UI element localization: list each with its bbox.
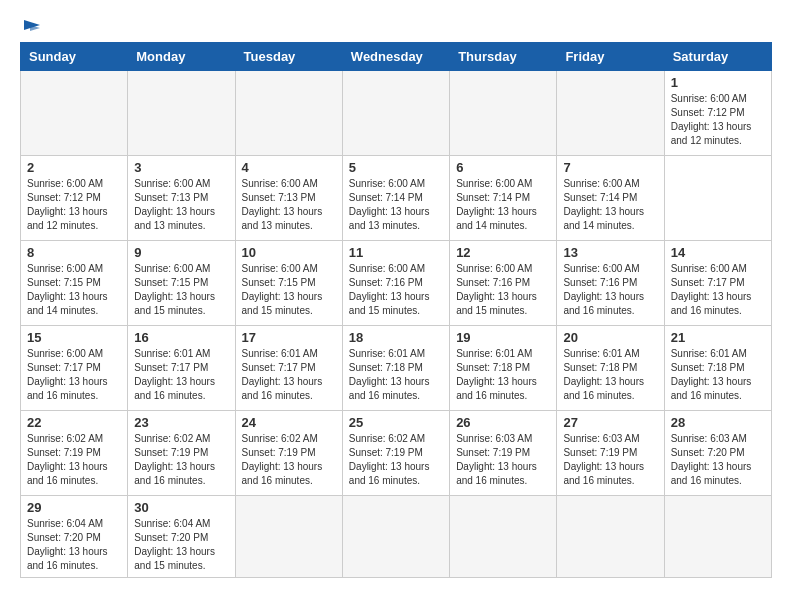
- day-info: Sunrise: 6:02 AMSunset: 7:19 PMDaylight:…: [134, 433, 215, 486]
- calendar-day-9: 9Sunrise: 6:00 AMSunset: 7:15 PMDaylight…: [128, 241, 235, 326]
- empty-cell: [235, 496, 342, 578]
- day-info: Sunrise: 6:00 AMSunset: 7:15 PMDaylight:…: [134, 263, 215, 316]
- day-info: Sunrise: 6:01 AMSunset: 7:18 PMDaylight:…: [456, 348, 537, 401]
- calendar-day-12: 12Sunrise: 6:00 AMSunset: 7:16 PMDayligh…: [450, 241, 557, 326]
- calendar-day-4: 4Sunrise: 6:00 AMSunset: 7:13 PMDaylight…: [235, 156, 342, 241]
- column-header-friday: Friday: [557, 43, 664, 71]
- day-info: Sunrise: 6:00 AMSunset: 7:14 PMDaylight:…: [349, 178, 430, 231]
- day-info: Sunrise: 6:00 AMSunset: 7:12 PMDaylight:…: [671, 93, 752, 146]
- day-number: 9: [134, 245, 228, 260]
- calendar-week-row: 22Sunrise: 6:02 AMSunset: 7:19 PMDayligh…: [21, 411, 772, 496]
- day-info: Sunrise: 6:03 AMSunset: 7:20 PMDaylight:…: [671, 433, 752, 486]
- calendar-day-11: 11Sunrise: 6:00 AMSunset: 7:16 PMDayligh…: [342, 241, 449, 326]
- day-number: 27: [563, 415, 657, 430]
- day-number: 14: [671, 245, 765, 260]
- column-header-monday: Monday: [128, 43, 235, 71]
- day-info: Sunrise: 6:01 AMSunset: 7:18 PMDaylight:…: [349, 348, 430, 401]
- column-header-thursday: Thursday: [450, 43, 557, 71]
- day-number: 25: [349, 415, 443, 430]
- day-number: 7: [563, 160, 657, 175]
- calendar-week-row: 29Sunrise: 6:04 AMSunset: 7:20 PMDayligh…: [21, 496, 772, 578]
- calendar-day-26: 26Sunrise: 6:03 AMSunset: 7:19 PMDayligh…: [450, 411, 557, 496]
- day-number: 22: [27, 415, 121, 430]
- calendar-day-10: 10Sunrise: 6:00 AMSunset: 7:15 PMDayligh…: [235, 241, 342, 326]
- column-header-wednesday: Wednesday: [342, 43, 449, 71]
- calendar-week-row: 2Sunrise: 6:00 AMSunset: 7:12 PMDaylight…: [21, 156, 772, 241]
- day-number: 8: [27, 245, 121, 260]
- day-info: Sunrise: 6:03 AMSunset: 7:19 PMDaylight:…: [456, 433, 537, 486]
- calendar-day-1: 1Sunrise: 6:00 AMSunset: 7:12 PMDaylight…: [664, 71, 771, 156]
- calendar-day-5: 5Sunrise: 6:00 AMSunset: 7:14 PMDaylight…: [342, 156, 449, 241]
- column-header-tuesday: Tuesday: [235, 43, 342, 71]
- day-number: 17: [242, 330, 336, 345]
- day-info: Sunrise: 6:00 AMSunset: 7:17 PMDaylight:…: [27, 348, 108, 401]
- day-info: Sunrise: 6:02 AMSunset: 7:19 PMDaylight:…: [349, 433, 430, 486]
- calendar-day-23: 23Sunrise: 6:02 AMSunset: 7:19 PMDayligh…: [128, 411, 235, 496]
- empty-cell: [128, 71, 235, 156]
- calendar-day-20: 20Sunrise: 6:01 AMSunset: 7:18 PMDayligh…: [557, 326, 664, 411]
- day-info: Sunrise: 6:04 AMSunset: 7:20 PMDaylight:…: [27, 518, 108, 571]
- calendar-day-30: 30Sunrise: 6:04 AMSunset: 7:20 PMDayligh…: [128, 496, 235, 578]
- calendar-day-29: 29Sunrise: 6:04 AMSunset: 7:20 PMDayligh…: [21, 496, 128, 578]
- calendar-table: SundayMondayTuesdayWednesdayThursdayFrid…: [20, 42, 772, 578]
- day-number: 16: [134, 330, 228, 345]
- day-info: Sunrise: 6:00 AMSunset: 7:15 PMDaylight:…: [242, 263, 323, 316]
- calendar-week-row: 1Sunrise: 6:00 AMSunset: 7:12 PMDaylight…: [21, 71, 772, 156]
- day-number: 26: [456, 415, 550, 430]
- day-number: 5: [349, 160, 443, 175]
- empty-cell: [557, 496, 664, 578]
- day-info: Sunrise: 6:00 AMSunset: 7:13 PMDaylight:…: [242, 178, 323, 231]
- day-info: Sunrise: 6:00 AMSunset: 7:14 PMDaylight:…: [456, 178, 537, 231]
- day-info: Sunrise: 6:01 AMSunset: 7:17 PMDaylight:…: [134, 348, 215, 401]
- empty-cell: [450, 496, 557, 578]
- day-number: 19: [456, 330, 550, 345]
- day-number: 2: [27, 160, 121, 175]
- calendar-day-7: 7Sunrise: 6:00 AMSunset: 7:14 PMDaylight…: [557, 156, 664, 241]
- calendar-day-16: 16Sunrise: 6:01 AMSunset: 7:17 PMDayligh…: [128, 326, 235, 411]
- day-info: Sunrise: 6:03 AMSunset: 7:19 PMDaylight:…: [563, 433, 644, 486]
- day-info: Sunrise: 6:00 AMSunset: 7:13 PMDaylight:…: [134, 178, 215, 231]
- column-header-saturday: Saturday: [664, 43, 771, 71]
- day-info: Sunrise: 6:00 AMSunset: 7:16 PMDaylight:…: [349, 263, 430, 316]
- empty-cell: [235, 71, 342, 156]
- empty-cell: [342, 496, 449, 578]
- day-number: 11: [349, 245, 443, 260]
- day-info: Sunrise: 6:02 AMSunset: 7:19 PMDaylight:…: [27, 433, 108, 486]
- day-number: 13: [563, 245, 657, 260]
- day-number: 3: [134, 160, 228, 175]
- calendar-week-row: 8Sunrise: 6:00 AMSunset: 7:15 PMDaylight…: [21, 241, 772, 326]
- empty-cell: [21, 71, 128, 156]
- calendar-day-18: 18Sunrise: 6:01 AMSunset: 7:18 PMDayligh…: [342, 326, 449, 411]
- day-number: 29: [27, 500, 121, 515]
- day-info: Sunrise: 6:00 AMSunset: 7:16 PMDaylight:…: [563, 263, 644, 316]
- calendar-day-27: 27Sunrise: 6:03 AMSunset: 7:19 PMDayligh…: [557, 411, 664, 496]
- calendar-day-6: 6Sunrise: 6:00 AMSunset: 7:14 PMDaylight…: [450, 156, 557, 241]
- calendar-day-14: 14Sunrise: 6:00 AMSunset: 7:17 PMDayligh…: [664, 241, 771, 326]
- calendar-week-row: 15Sunrise: 6:00 AMSunset: 7:17 PMDayligh…: [21, 326, 772, 411]
- empty-cell: [664, 496, 771, 578]
- day-number: 23: [134, 415, 228, 430]
- empty-cell: [450, 71, 557, 156]
- day-info: Sunrise: 6:01 AMSunset: 7:18 PMDaylight:…: [563, 348, 644, 401]
- day-number: 28: [671, 415, 765, 430]
- calendar-day-15: 15Sunrise: 6:00 AMSunset: 7:17 PMDayligh…: [21, 326, 128, 411]
- calendar-day-21: 21Sunrise: 6:01 AMSunset: 7:18 PMDayligh…: [664, 326, 771, 411]
- calendar-day-13: 13Sunrise: 6:00 AMSunset: 7:16 PMDayligh…: [557, 241, 664, 326]
- logo-flag-icon: [22, 20, 42, 36]
- day-info: Sunrise: 6:00 AMSunset: 7:12 PMDaylight:…: [27, 178, 108, 231]
- day-info: Sunrise: 6:00 AMSunset: 7:14 PMDaylight:…: [563, 178, 644, 231]
- logo: [20, 20, 42, 34]
- calendar-day-25: 25Sunrise: 6:02 AMSunset: 7:19 PMDayligh…: [342, 411, 449, 496]
- day-number: 12: [456, 245, 550, 260]
- day-number: 15: [27, 330, 121, 345]
- day-number: 1: [671, 75, 765, 90]
- calendar-day-28: 28Sunrise: 6:03 AMSunset: 7:20 PMDayligh…: [664, 411, 771, 496]
- day-info: Sunrise: 6:04 AMSunset: 7:20 PMDaylight:…: [134, 518, 215, 571]
- column-header-sunday: Sunday: [21, 43, 128, 71]
- day-info: Sunrise: 6:00 AMSunset: 7:17 PMDaylight:…: [671, 263, 752, 316]
- day-info: Sunrise: 6:00 AMSunset: 7:15 PMDaylight:…: [27, 263, 108, 316]
- day-info: Sunrise: 6:01 AMSunset: 7:18 PMDaylight:…: [671, 348, 752, 401]
- calendar-day-22: 22Sunrise: 6:02 AMSunset: 7:19 PMDayligh…: [21, 411, 128, 496]
- calendar-day-19: 19Sunrise: 6:01 AMSunset: 7:18 PMDayligh…: [450, 326, 557, 411]
- empty-cell: [557, 71, 664, 156]
